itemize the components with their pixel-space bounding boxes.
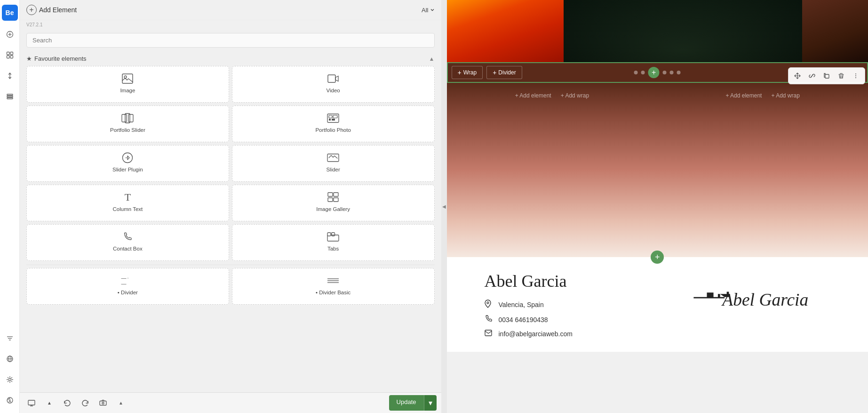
contact-row-location: Valencia, Spain bbox=[485, 300, 690, 309]
toolbar-delete-icon[interactable] bbox=[835, 69, 848, 82]
undo-icon[interactable] bbox=[60, 396, 74, 410]
video-icon bbox=[326, 73, 340, 84]
toolbar-duplicate-icon[interactable] bbox=[820, 69, 833, 82]
element-card-image[interactable]: Image bbox=[26, 66, 229, 103]
canvas-area: + Wrap + Divider + + Add bbox=[447, 0, 868, 413]
element-label-image-gallery: Image Gallery bbox=[316, 206, 350, 212]
image-slot-2 bbox=[564, 0, 803, 62]
nav-icon-wordpress[interactable] bbox=[3, 393, 17, 407]
divider-button[interactable]: + Divider bbox=[486, 66, 522, 79]
element-label-video: Video bbox=[326, 88, 340, 93]
nav-icon-add[interactable] bbox=[3, 27, 17, 41]
plus-icon: + bbox=[458, 69, 462, 76]
element-card-slider[interactable]: Slider bbox=[232, 145, 435, 182]
carousel-dot-1[interactable] bbox=[634, 71, 638, 74]
expand-icon[interactable]: ▲ bbox=[42, 396, 56, 410]
svg-rect-28 bbox=[333, 115, 337, 118]
element-label-portfolio-slider: Portfolio Slider bbox=[110, 127, 145, 133]
all-dropdown[interactable]: All bbox=[422, 7, 434, 14]
dark-section-left: + Add element + Add wrap bbox=[447, 83, 658, 257]
sidebar-main: + Add Element All V27.2.1 ★ Favourite el… bbox=[20, 0, 868, 413]
svg-rect-7 bbox=[7, 94, 13, 96]
element-label-divider-basic: • Divider Basic bbox=[316, 290, 350, 295]
version-tag: V27.2.1 bbox=[20, 20, 441, 29]
svg-rect-6 bbox=[10, 56, 13, 58]
element-card-divider[interactable]: —·— • Divider bbox=[26, 268, 229, 305]
portfolio-photo-icon bbox=[326, 113, 340, 124]
svg-rect-37 bbox=[332, 233, 335, 236]
nav-icon-filter[interactable] bbox=[3, 331, 17, 345]
preview-icon[interactable] bbox=[96, 396, 110, 410]
plus-icon-2: + bbox=[493, 69, 496, 76]
nav-icon-settings[interactable] bbox=[3, 373, 17, 387]
element-card-contact-box[interactable]: Contact Box bbox=[26, 224, 229, 261]
tabs-icon bbox=[326, 231, 340, 243]
element-card-video[interactable]: Video bbox=[232, 66, 435, 103]
add-section-button[interactable]: + bbox=[651, 251, 664, 264]
toolbar-move-icon[interactable] bbox=[791, 69, 804, 82]
element-card-slider-plugin[interactable]: Slider Plugin bbox=[26, 145, 229, 182]
elements-panel: + Add Element All V27.2.1 ★ Favourite el… bbox=[20, 0, 441, 413]
toolbar-link-icon[interactable] bbox=[805, 69, 819, 82]
footer-right-signature: Abel Garcia bbox=[689, 271, 830, 318]
dark-gradient-section: + Add element + Add wrap + Add element +… bbox=[447, 83, 868, 257]
svg-rect-20 bbox=[328, 75, 335, 82]
svg-rect-5 bbox=[7, 56, 9, 58]
wrap-button[interactable]: + Wrap bbox=[452, 66, 483, 79]
floating-toolbar bbox=[788, 67, 865, 84]
svg-rect-31 bbox=[328, 193, 333, 196]
nav-icon-globe[interactable] bbox=[3, 352, 17, 366]
element-card-image-gallery[interactable]: Image Gallery bbox=[232, 185, 435, 221]
sidebar-header: + Add Element All bbox=[20, 0, 441, 20]
nav-icon-arrows[interactable] bbox=[3, 69, 17, 83]
plus-circle-icon: + bbox=[26, 5, 37, 15]
contact-row-email: info@abelgarciaweb.com bbox=[485, 330, 690, 338]
toolbar-more-icon[interactable] bbox=[849, 69, 862, 82]
footer-name: Abel Garcia bbox=[485, 271, 690, 291]
svg-rect-51 bbox=[485, 330, 492, 336]
carousel-dot-6[interactable] bbox=[677, 71, 681, 74]
bottom-toolbar: ▲ ▲ Update ▾ bbox=[20, 392, 441, 413]
element-label-tabs: Tabs bbox=[327, 246, 339, 251]
panel-collapse-handle[interactable]: ◀ bbox=[441, 0, 447, 413]
expand-options-icon[interactable]: ▲ bbox=[114, 396, 128, 410]
svg-rect-46 bbox=[825, 74, 829, 78]
svg-rect-44 bbox=[100, 401, 106, 405]
update-btn-dropdown[interactable]: ▾ bbox=[424, 395, 437, 411]
redo-icon[interactable] bbox=[78, 396, 92, 410]
add-element-left[interactable]: + Add element + Add wrap bbox=[511, 90, 593, 101]
element-label-column-text: Column Text bbox=[113, 206, 143, 212]
be-logo[interactable]: Be bbox=[2, 5, 18, 21]
svg-rect-41 bbox=[28, 400, 35, 405]
element-card-portfolio-photo[interactable]: Portfolio Photo bbox=[232, 105, 435, 142]
carousel-dot-4[interactable] bbox=[663, 71, 667, 74]
element-card-column-text[interactable]: T Column Text bbox=[26, 185, 229, 221]
element-label-slider: Slider bbox=[326, 167, 340, 172]
globe-icon bbox=[6, 355, 14, 363]
carousel-dot-2[interactable] bbox=[641, 71, 645, 74]
divider-icon: —·— bbox=[121, 275, 134, 286]
update-button[interactable]: Update ▾ bbox=[389, 395, 437, 411]
element-card-tabs[interactable]: Tabs bbox=[232, 224, 435, 261]
update-btn-main[interactable]: Update bbox=[389, 395, 424, 411]
layers-icon bbox=[6, 93, 14, 100]
add-element-right[interactable]: + Add element + Add wrap bbox=[722, 90, 803, 101]
add-element-button[interactable]: + Add Element bbox=[26, 5, 418, 15]
element-card-portfolio-slider[interactable]: Portfolio Slider bbox=[26, 105, 229, 142]
svg-rect-23 bbox=[128, 114, 133, 122]
search-input[interactable] bbox=[26, 33, 435, 48]
carousel-dot-5[interactable] bbox=[670, 71, 674, 74]
footer-left: Abel Garcia Valencia, Spain 0034 6461904… bbox=[485, 271, 690, 338]
image-slot-1 bbox=[447, 0, 564, 62]
svg-rect-22 bbox=[125, 113, 130, 123]
nav-icon-layout[interactable] bbox=[3, 48, 17, 62]
wordpress-icon bbox=[6, 397, 14, 404]
desktop-view-icon[interactable] bbox=[24, 396, 39, 410]
svg-point-48 bbox=[855, 75, 856, 76]
collapse-button[interactable]: ▲ bbox=[429, 56, 435, 62]
carousel-dot-3-active[interactable]: + bbox=[648, 67, 660, 78]
element-card-divider-basic[interactable]: • Divider Basic bbox=[232, 268, 435, 305]
nav-icon-layers[interactable] bbox=[3, 89, 17, 104]
svg-rect-9 bbox=[7, 98, 13, 99]
element-label-contact-box: Contact Box bbox=[113, 246, 143, 251]
